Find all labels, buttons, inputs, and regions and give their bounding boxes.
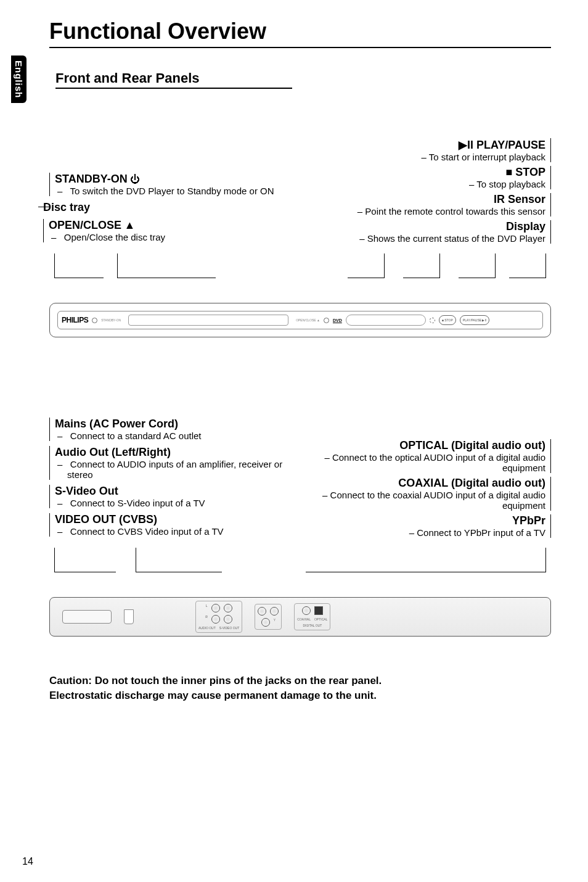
callout-coaxial: COAXIAL (Digital audio out) Connect to t… [290,477,551,511]
standby-desc: To switch the DVD Player to Standby mode… [55,186,290,196]
front-ir-sensor [430,318,435,323]
caution-line2: Electrostatic discharge may cause perman… [49,688,551,703]
rear-right-callouts: OPTICAL (Digital audio out) Connect to t… [290,422,551,542]
callout-ir-sensor: IR Sensor Point the remote control towar… [290,193,551,216]
front-right-callouts: ▶II PLAY/PAUSE To start or interrupt pla… [290,138,551,247]
stop-desc: To stop playback [290,179,545,189]
audio-l-label: L [206,604,208,612]
callout-ypbpr: YPbPr Connect to YPbPr input of a TV [290,514,551,538]
page-title: Functional Overview [49,19,551,48]
callout-stop: ■ STOP To stop playback [290,166,551,189]
philips-logo: PHILIPS [62,316,88,324]
callout-audio-out: Audio Out (Left/Right) Connect to AUDIO … [49,446,290,480]
front-standby-button [92,318,97,323]
caution-text: Caution: Do not touch the inner pins of … [49,674,551,703]
ypbpr-jacks: Y [255,604,282,630]
open-close-desc: Open/Close the disc tray [49,232,290,242]
audio-l-jack [211,604,220,612]
coaxial-title: COAXIAL (Digital audio out) [290,477,545,490]
open-close-title: OPEN/CLOSE [49,219,121,231]
rear-panel-section: Mains (AC Power Cord) Connect to a stand… [49,418,551,637]
pr-jack [270,607,279,616]
ir-title: IR Sensor [290,193,545,206]
front-open-close-button [324,318,329,323]
optical-title: OPTICAL (Digital audio out) [290,439,545,452]
mains-desc: Connect to a standard AC outlet [55,431,290,441]
rear-left-callouts: Mains (AC Power Cord) Connect to a stand… [49,418,290,542]
play-pause-title: PLAY/PAUSE [473,139,545,151]
digital-out-jacks: COAXIAL OPTICAL DIGITAL OUT [294,603,330,630]
audio-r-label: R [205,615,208,624]
display-desc: Shows the current status of the DVD Play… [290,233,545,244]
ypbpr-title: YPbPr [290,514,545,527]
front-display-window [346,315,426,326]
callout-open-close: OPEN/CLOSE ▲ Open/Close the disc tray [43,219,290,242]
callout-svideo: S-Video Out Connect to S-Video input of … [49,485,290,508]
audio-out-jacks: L R AUDIO OUT S-VIDEO OUT [195,601,242,633]
mains-title: Mains (AC Power Cord) [55,418,290,431]
audio-r-jack [211,615,220,624]
language-tab: English [11,56,27,103]
stop-title: STOP [512,166,545,178]
play-pause-desc: To start or interrupt playback [290,152,545,162]
y-jack [261,618,270,627]
pb-jack [258,607,266,616]
standby-title: STANDBY-ON [55,173,128,185]
device-rear-diagram: L R AUDIO OUT S-VIDEO OUT Y [49,597,551,637]
ac-cord-plug [124,609,134,624]
optical-label-tiny: OPTICAL [314,617,327,621]
section-title: Front and Rear Panels [55,67,292,89]
ac-cord-slot [62,610,112,624]
power-icon: ⏻ [130,174,140,184]
front-disc-tray [128,315,288,326]
audio-out-desc: Connect to AUDIO inputs of an amplifier,… [55,459,290,480]
page-number: 14 [22,856,33,867]
digital-out-label-tiny: DIGITAL OUT [303,624,322,627]
front-panel-section: STANDBY-ON ⏻ To switch the DVD Player to… [49,138,551,337]
audio-out-label-tiny: AUDIO OUT [198,626,216,630]
callout-display: Display Shows the current status of the … [290,220,551,244]
svideo-label-tiny: S-VIDEO OUT [219,626,240,630]
coaxial-label-tiny: COAXIAL [297,617,311,621]
svideo-desc: Connect to S-Video input of a TV [55,498,290,508]
coaxial-jack [302,606,311,615]
dvd-label-tiny: DVD [333,318,342,323]
optical-desc: Connect to the optical AUDIO input of a … [290,452,545,473]
front-stop-button: ■ STOP [439,315,456,325]
caution-line1: Caution: Do not touch the inner pins of … [49,674,551,688]
stop-icon: ■ [505,166,512,178]
callout-optical: OPTICAL (Digital audio out) Connect to t… [290,439,551,473]
disc-tray-title: Disc tray [43,201,90,213]
cvbs-title: VIDEO OUT (CVBS) [55,513,290,526]
svideo-jack [224,615,232,624]
display-title: Display [290,220,545,233]
ir-desc: Point the remote control towards this se… [290,206,545,216]
play-pause-icon: ▶II [459,139,473,151]
svideo-title: S-Video Out [55,485,290,498]
standby-label-tiny: STANDBY-ON [101,318,121,322]
video-out-jack [224,604,232,612]
front-play-pause-button: PLAY/PAUSE ▶II [460,315,490,325]
callout-disc-tray: Disc tray OPEN/CLOSE ▲ Open/Close the di… [38,201,290,242]
audio-out-title: Audio Out (Left/Right) [55,446,290,459]
device-front-diagram: PHILIPS STANDBY-ON OPEN/CLOSE ▲ DVD ■ ST… [49,303,551,337]
callout-play-pause: ▶II PLAY/PAUSE To start or interrupt pla… [290,138,551,162]
callout-cvbs: VIDEO OUT (CVBS) Connect to CVBS Video i… [49,513,290,537]
callout-mains: Mains (AC Power Cord) Connect to a stand… [49,418,290,441]
open-close-label-tiny: OPEN/CLOSE ▲ [296,318,320,322]
cvbs-desc: Connect to CVBS Video input of a TV [55,526,290,537]
front-left-callouts: STANDBY-ON ⏻ To switch the DVD Player to… [49,173,290,247]
coaxial-desc: Connect to the coaxial AUDIO input of a … [290,490,545,511]
front-lead-lines [49,253,551,278]
eject-icon: ▲ [124,219,135,231]
ypbpr-desc: Connect to YPbPr input of a TV [290,527,545,538]
rear-lead-lines [49,548,551,572]
callout-standby: STANDBY-ON ⏻ To switch the DVD Player to… [49,173,290,196]
y-label: Y [274,618,276,627]
optical-jack [314,606,323,615]
